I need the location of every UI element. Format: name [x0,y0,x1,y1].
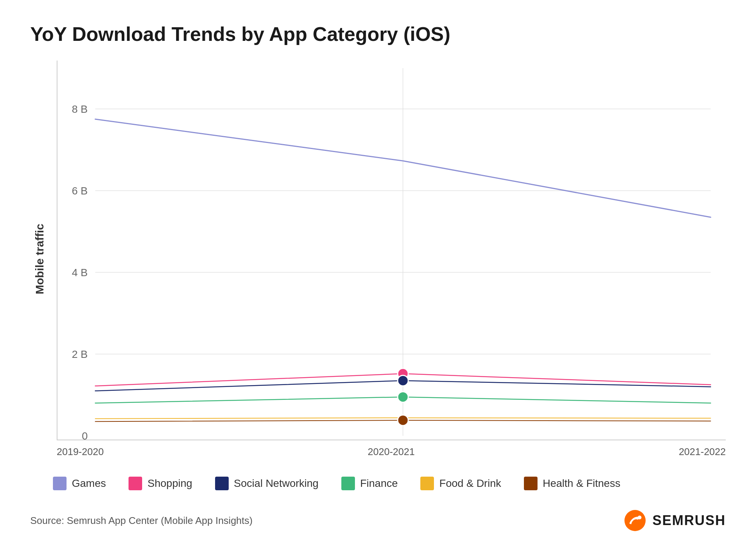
svg-text:8 B: 8 B [72,103,88,115]
legend-label-finance: Finance [360,477,398,490]
legend-item-health: Health & Fitness [524,477,620,490]
legend-item-finance: Finance [341,477,398,490]
legend-item-shopping: Shopping [129,477,192,490]
legend-label-shopping: Shopping [147,477,192,490]
semrush-text: SEMRUSH [652,513,726,528]
legend: Games Shopping Social Networking Finance… [30,458,726,502]
svg-text:4 B: 4 B [72,267,88,278]
x-label-2019: 2019-2020 [57,446,280,458]
chart-title: YoY Download Trends by App Category (iOS… [30,23,726,45]
legend-label-games: Games [72,477,106,490]
svg-point-14 [624,510,646,531]
legend-color-social [215,477,229,490]
legend-color-food [420,477,434,490]
legend-label-health: Health & Fitness [543,477,620,490]
semrush-logo: SEMRUSH [624,509,726,532]
x-label-2021: 2021-2022 [503,446,726,458]
legend-color-games [53,477,67,490]
semrush-icon [624,509,646,532]
legend-color-finance [341,477,355,490]
y-axis-label: Mobile traffic [30,61,49,458]
legend-color-health [524,477,538,490]
legend-item-games: Games [53,477,106,490]
svg-point-13 [398,415,408,426]
legend-item-social: Social Networking [215,477,319,490]
chart-inner: 02 B4 B6 B8 B 2019-2020 2020-2021 2021-2… [57,61,726,458]
plot-area: 02 B4 B6 B8 B [57,61,726,440]
legend-color-shopping [129,477,142,490]
legend-label-social: Social Networking [234,477,319,490]
svg-text:2 B: 2 B [72,348,88,360]
chart-container: YoY Download Trends by App Category (iOS… [0,0,756,547]
main-chart: 02 B4 B6 B8 B [57,61,726,440]
legend-item-food: Food & Drink [420,477,501,490]
chart-area: Mobile traffic 02 B4 B6 B8 B 2019-2020 2… [30,61,726,458]
x-axis: 2019-2020 2020-2021 2021-2022 [57,440,726,458]
x-label-2020: 2020-2021 [280,446,503,458]
svg-text:6 B: 6 B [72,185,88,197]
source-text: Source: Semrush App Center (Mobile App I… [30,515,253,527]
svg-point-15 [638,516,641,519]
svg-text:0: 0 [82,430,88,442]
source-row: Source: Semrush App Center (Mobile App I… [30,502,726,532]
svg-point-12 [398,392,408,402]
legend-label-food: Food & Drink [439,477,501,490]
svg-point-11 [398,375,408,386]
